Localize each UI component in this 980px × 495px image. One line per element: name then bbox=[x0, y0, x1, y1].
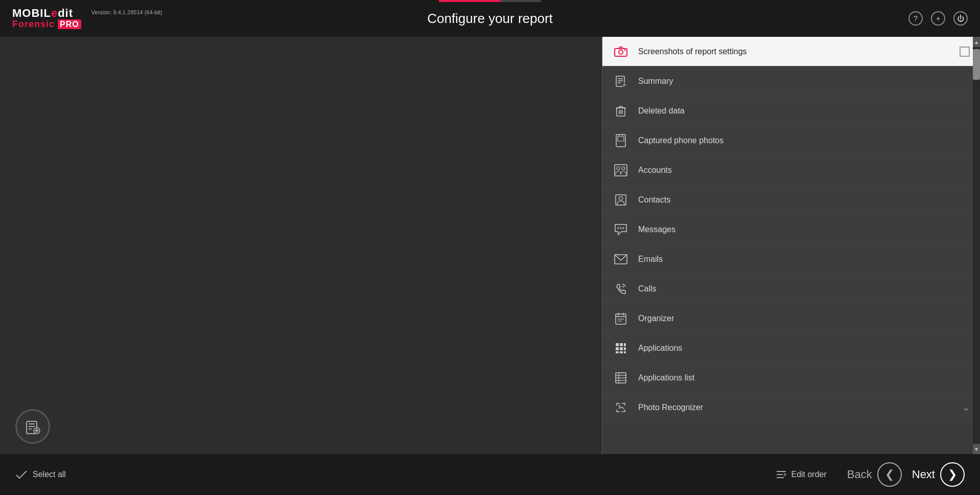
edit-order-icon bbox=[776, 469, 787, 480]
back-button[interactable]: Back ❮ bbox=[847, 462, 902, 487]
item-label-accounts: Accounts bbox=[638, 166, 970, 175]
page-title: Configure your report bbox=[427, 11, 553, 27]
list-item[interactable]: Photo Recognizer ⌄ bbox=[602, 393, 980, 422]
list-item[interactable]: Applications bbox=[602, 333, 980, 363]
next-circle: ❯ bbox=[940, 462, 965, 487]
captured-photos-icon bbox=[613, 132, 629, 149]
add-icon[interactable]: + bbox=[931, 11, 945, 26]
summary-icon bbox=[613, 73, 629, 89]
applications-list-icon bbox=[613, 370, 629, 386]
item-label-summary: Summary bbox=[638, 77, 970, 86]
logo-forensic: Forensic PRO bbox=[12, 19, 81, 30]
svg-rect-46 bbox=[616, 347, 619, 350]
list-item[interactable]: Applications list bbox=[602, 363, 980, 393]
header-icons: ? + ⏻ bbox=[908, 11, 968, 26]
item-label-applications-list: Applications list bbox=[638, 373, 970, 382]
list-item[interactable]: Screenshots of report settings bbox=[602, 37, 980, 66]
item-checkbox-screenshots[interactable] bbox=[960, 47, 970, 57]
report-settings-panel: Screenshots of report settings Summary bbox=[602, 37, 980, 454]
svg-rect-25 bbox=[618, 137, 624, 141]
list-container: Screenshots of report settings Summary bbox=[602, 37, 980, 454]
svg-point-35 bbox=[623, 227, 624, 229]
progress-bar-fill bbox=[439, 0, 500, 2]
svg-rect-49 bbox=[616, 351, 619, 353]
svg-point-34 bbox=[620, 227, 622, 229]
list-item[interactable]: Messages bbox=[602, 215, 980, 244]
photo-recognizer-icon bbox=[613, 399, 629, 416]
progress-bar-container bbox=[439, 0, 541, 2]
scrollbar-down[interactable]: ▼ bbox=[973, 444, 980, 454]
item-label-screenshots: Screenshots of report settings bbox=[638, 47, 950, 56]
logo-mobi: MOBILedit bbox=[12, 7, 81, 19]
expand-icon: ⌄ bbox=[962, 402, 970, 413]
logo-text: MOBILedit Forensic PRO bbox=[12, 7, 81, 30]
add-report-button[interactable] bbox=[15, 409, 50, 444]
select-all-area[interactable]: Select all bbox=[15, 468, 66, 481]
svg-rect-48 bbox=[624, 347, 626, 350]
main-content: Screenshots of report settings Summary bbox=[0, 37, 980, 454]
svg-point-32 bbox=[619, 196, 623, 200]
help-icon[interactable]: ? bbox=[908, 11, 923, 26]
email-icon bbox=[613, 251, 629, 267]
accounts-icon bbox=[613, 162, 629, 178]
edit-order-area[interactable]: Edit order bbox=[776, 469, 826, 480]
bottom-bar: Select all Edit order Back ❮ Next ❯ bbox=[0, 454, 980, 495]
edit-order-label: Edit order bbox=[791, 470, 826, 479]
item-label-messages: Messages bbox=[638, 225, 970, 234]
add-report-icon bbox=[25, 418, 41, 435]
svg-rect-43 bbox=[616, 343, 619, 346]
camera-icon bbox=[613, 43, 629, 60]
scrollbar[interactable]: ▲ ▼ bbox=[973, 37, 980, 454]
applications-icon bbox=[613, 340, 629, 356]
power-icon[interactable]: ⏻ bbox=[953, 11, 968, 26]
item-label-captured-photos: Captured phone photos bbox=[638, 136, 970, 145]
deleted-data-icon bbox=[613, 103, 629, 119]
nav-buttons: Back ❮ Next ❯ bbox=[847, 462, 965, 487]
svg-point-57 bbox=[619, 405, 620, 407]
app-header: MOBILedit Forensic PRO Version: 9.4.1.28… bbox=[0, 0, 980, 37]
list-item[interactable]: Deleted data bbox=[602, 96, 980, 126]
list-item[interactable]: Calls bbox=[602, 274, 980, 304]
svg-point-9 bbox=[624, 49, 626, 51]
svg-rect-51 bbox=[624, 351, 626, 353]
version-text: Version: 9.4.1.28514 (64-bit) bbox=[91, 9, 162, 15]
select-all-label: Select all bbox=[33, 470, 66, 479]
list-item[interactable]: Accounts bbox=[602, 155, 980, 185]
select-all-icon bbox=[15, 468, 28, 481]
left-panel bbox=[0, 37, 602, 454]
next-label: Next bbox=[912, 468, 935, 481]
item-label-photo-recognizer: Photo Recognizer bbox=[638, 403, 953, 412]
list-item[interactable]: Organizer bbox=[602, 304, 980, 333]
calls-icon bbox=[613, 281, 629, 297]
list-item[interactable]: Emails bbox=[602, 244, 980, 274]
item-label-applications: Applications bbox=[638, 344, 970, 353]
svg-point-8 bbox=[619, 50, 623, 54]
list-item[interactable]: Contacts bbox=[602, 185, 980, 215]
item-label-organizer: Organizer bbox=[638, 314, 970, 323]
next-button[interactable]: Next ❯ bbox=[912, 462, 965, 487]
messages-icon bbox=[613, 221, 629, 238]
scrollbar-thumb[interactable] bbox=[973, 49, 980, 80]
svg-rect-44 bbox=[620, 343, 623, 346]
item-label-emails: Emails bbox=[638, 255, 970, 264]
item-label-calls: Calls bbox=[638, 284, 970, 294]
svg-point-33 bbox=[618, 227, 619, 229]
contacts-icon bbox=[613, 192, 629, 208]
svg-point-30 bbox=[622, 167, 625, 170]
svg-point-29 bbox=[617, 167, 620, 170]
list-item[interactable]: Summary bbox=[602, 66, 980, 96]
list-item[interactable]: Captured phone photos bbox=[602, 126, 980, 155]
item-label-deleted-data: Deleted data bbox=[638, 106, 970, 116]
scrollbar-up[interactable]: ▲ bbox=[973, 37, 980, 47]
back-label: Back bbox=[847, 468, 872, 481]
item-label-contacts: Contacts bbox=[638, 195, 970, 205]
svg-rect-50 bbox=[620, 351, 623, 353]
logo-area: MOBILedit Forensic PRO Version: 9.4.1.28… bbox=[12, 7, 162, 30]
svg-rect-45 bbox=[624, 343, 626, 346]
back-circle: ❮ bbox=[877, 462, 902, 487]
svg-rect-47 bbox=[620, 347, 623, 350]
organizer-icon bbox=[613, 310, 629, 327]
